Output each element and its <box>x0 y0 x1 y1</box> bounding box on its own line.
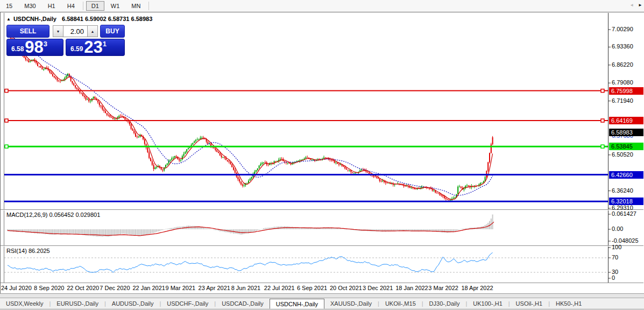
one-click-trading-panel: SELL ▼ ▲ BUY 6.58 98 3 6.59 23 1 <box>5 25 125 56</box>
timeframe-button-W1[interactable]: W1 <box>105 1 125 11</box>
date-label: 9 Mar 2021 <box>166 285 196 291</box>
tab-usdchf-daily[interactable]: USDCHF-,Daily <box>161 298 214 309</box>
hline-price-label: 6.53845 <box>609 143 643 150</box>
buy-button[interactable]: BUY <box>100 25 125 38</box>
tab-usdcad-daily[interactable]: USDCAD-,Daily <box>216 298 270 309</box>
tab-usoil-h1[interactable]: USOil-,H1 <box>510 298 549 309</box>
timeframe-button-H4[interactable]: H4 <box>62 1 80 11</box>
chart-title: ▲USDCNH-,Daily 6.58841 6.59002 6.58731 6… <box>6 16 152 22</box>
line-handle[interactable] <box>601 145 604 148</box>
macd-name: MACD(12,26,9) <box>6 212 47 218</box>
date-label: 6 Sep 2021 <box>297 285 327 291</box>
sell-price-box[interactable]: 6.58 98 3 <box>6 39 63 56</box>
buy-price-sup: 1 <box>103 40 107 48</box>
y-axis-label: 6.50520 <box>612 151 633 158</box>
y-axis-label: 7.00290 <box>612 26 633 32</box>
line-handle[interactable] <box>5 145 8 148</box>
line-handle[interactable] <box>5 119 8 122</box>
date-label: 18 Apr 2022 <box>461 285 493 291</box>
rsi-line <box>8 252 493 272</box>
buy-price-big: 23 <box>84 40 102 54</box>
toolbar-separator <box>148 2 149 10</box>
ohlc-values: 6.58841 6.59002 6.58731 6.58983 <box>62 16 152 22</box>
buy-price-box[interactable]: 6.59 23 1 <box>66 39 125 56</box>
date-label: 20 Oct 2021 <box>330 285 362 291</box>
tab-scroll-right-icon[interactable]: ► <box>638 3 642 8</box>
chevron-down-icon: ▼ <box>56 30 60 33</box>
y-axis-label: 6.86220 <box>612 61 633 68</box>
date-label: 7 Dec 2020 <box>100 285 130 291</box>
chart-tab-bar: USDX,Weekly|EURUSD-,Daily|AUDUSD-,Daily|… <box>0 298 644 309</box>
rsi-value: 86.2025 <box>29 248 50 254</box>
y-axis-label: 6.36240 <box>612 187 633 194</box>
rsi-axis-label: 0 <box>612 274 615 281</box>
line-handle[interactable] <box>601 119 604 122</box>
symbol-period-label: USDCNH-,Daily <box>13 16 56 22</box>
date-label: 8 Jun 2021 <box>231 285 260 291</box>
volume-increase-button[interactable]: ▲ <box>87 25 98 37</box>
timeframe-button-D1[interactable]: D1 <box>86 1 104 11</box>
timeframe-button-15[interactable]: 15 <box>1 1 18 11</box>
rsi-name: RSI(14) <box>6 248 27 254</box>
tab-eurusd-daily[interactable]: EURUSD-,Daily <box>51 298 104 309</box>
tab-audusd-daily[interactable]: AUDUSD-,Daily <box>106 298 160 309</box>
rsi-axis-label: 70 <box>612 254 618 260</box>
sell-button[interactable]: SELL <box>6 25 49 38</box>
sell-price-sup: 3 <box>44 40 47 48</box>
date-label: 24 Jul 2020 <box>1 285 32 291</box>
tab-usdx-weekly[interactable]: USDX,Weekly <box>0 298 49 309</box>
window-bottom-strip <box>0 294 644 298</box>
macd-values: 0.056452 0.029801 <box>49 212 100 218</box>
hline-price-label: 6.32018 <box>609 198 643 205</box>
tab-ukoil-m15[interactable]: UKOil-,M15 <box>379 298 422 309</box>
rsi-label: RSI(14) 86.2025 <box>6 248 50 254</box>
bid-price-label: 6.58983 <box>609 129 643 136</box>
date-label: 22 Jan 2021 <box>132 285 165 291</box>
date-label: 3 Mar 2022 <box>428 285 458 291</box>
sell-price-small: 6.58 <box>11 45 24 53</box>
tab-usdcnh-daily[interactable]: USDCNH-,Daily <box>270 299 324 309</box>
candles-layer <box>7 32 493 202</box>
y-axis-label: 6.79080 <box>612 79 633 86</box>
macd-axis-label: 0.00 <box>612 226 623 232</box>
date-label: 23 Apr 2021 <box>199 285 230 291</box>
timeframe-toolbar: 15M30H1H4D1W1MN <box>0 0 644 12</box>
chevron-up-icon: ▲ <box>91 30 95 33</box>
tab-uk100-h1[interactable]: UK100-,H1 <box>467 298 508 309</box>
tab-xauusd-daily[interactable]: XAUUSD-,Daily <box>324 298 378 309</box>
line-handle[interactable] <box>5 89 8 93</box>
buy-price-small: 6.59 <box>70 45 83 53</box>
ma-slow-line <box>8 33 493 196</box>
tab-hk50-h1[interactable]: HK50-,H1 <box>550 298 588 309</box>
sell-price-big: 98 <box>25 40 43 54</box>
timeframe-button-MN[interactable]: MN <box>126 1 146 11</box>
y-axis-label: 6.71940 <box>612 97 633 104</box>
date-label: 8 Sep 2020 <box>34 285 64 291</box>
rsi-axis-label: 100 <box>612 244 621 250</box>
hline-price-label: 6.75998 <box>609 87 643 95</box>
trade-controls-row: SELL ▼ ▲ BUY <box>5 25 125 38</box>
date-label: 18 Jan 2022 <box>395 285 428 291</box>
timeframe-button-H1[interactable]: H1 <box>43 1 61 11</box>
tab-scroll-buttons: ◄► <box>629 3 642 8</box>
y-axis-label: 6.93360 <box>612 43 633 50</box>
tab-scroll-left-icon[interactable]: ◄ <box>629 3 634 8</box>
mt4-window: 15M30H1H4D1W1MN ▲USDCNH-,Daily 6.58841 6… <box>0 0 644 310</box>
macd-label: MACD(12,26,9) 0.056452 0.029801 <box>6 212 100 218</box>
hline-price-label: 6.42660 <box>609 171 643 179</box>
date-label: 3 Dec 2021 <box>363 285 393 291</box>
toolbar-separator <box>83 2 83 10</box>
collapse-triangle-icon[interactable]: ▲ <box>6 17 11 22</box>
macd-signal-line <box>8 222 494 235</box>
timeframe-button-M30[interactable]: M30 <box>19 1 41 11</box>
macd-axis-label: -0.048025 <box>612 237 639 244</box>
date-label: 22 Jul 2021 <box>264 285 295 291</box>
date-label: 22 Oct 2020 <box>67 285 99 291</box>
volume-input[interactable] <box>63 25 87 37</box>
volume-decrease-button[interactable]: ▼ <box>53 25 63 37</box>
tab-dj30-daily[interactable]: DJ30-,Daily <box>423 298 466 309</box>
macd-axis-label: 0.061427 <box>612 210 636 217</box>
line-handle[interactable] <box>601 89 604 93</box>
hline-price-label: 6.64169 <box>609 117 643 124</box>
